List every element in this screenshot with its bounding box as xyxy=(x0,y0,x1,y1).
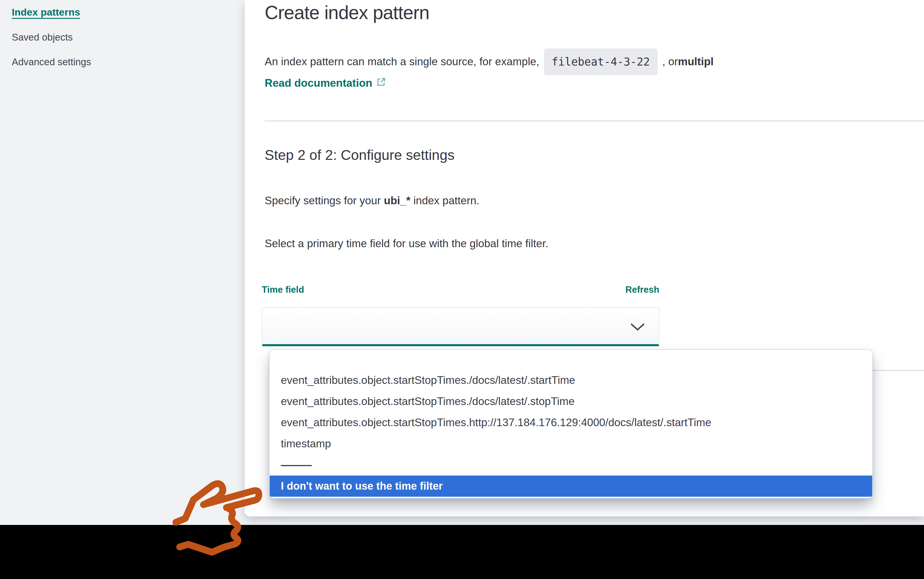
intro-after-bold: multipl xyxy=(678,56,713,68)
sidebar-item-index-patterns[interactable]: Index patterns xyxy=(12,7,80,18)
dropdown-option[interactable]: event_attributes.object.startStopTimes./… xyxy=(270,370,872,391)
refresh-link[interactable]: Refresh xyxy=(626,285,659,295)
dropdown-option[interactable]: event_attributes.object.startStopTimes.h… xyxy=(270,412,872,433)
step-heading: Step 2 of 2: Configure settings xyxy=(265,147,455,163)
create-index-pattern-page: Index patterns Saved objects Advanced se… xyxy=(0,0,924,579)
external-link-icon xyxy=(377,77,386,89)
read-documentation-link[interactable]: Read documentation xyxy=(265,77,386,89)
intro-text: An index pattern can match a single sour… xyxy=(265,44,924,79)
time-field-select[interactable] xyxy=(262,307,659,346)
specify-after: index pattern. xyxy=(411,195,479,207)
dropdown-option-selected[interactable]: I don't want to use the time filter xyxy=(270,476,872,497)
read-documentation-label: Read documentation xyxy=(265,77,372,89)
time-field-hint: Select a primary time field for use with… xyxy=(265,237,548,250)
select-focus-underline xyxy=(262,344,659,346)
time-field-row: Time field Refresh xyxy=(262,285,659,295)
specify-text: Specify settings for your ubi_* index pa… xyxy=(265,195,479,207)
dropdown-option[interactable]: event_attributes.object.startStopTimes./… xyxy=(270,391,872,412)
example-index-code: filebeat-4-3-22 xyxy=(544,49,657,75)
dropdown-option[interactable]: timestamp xyxy=(270,433,872,455)
dropdown-option-divider: ——— xyxy=(270,455,872,476)
time-field-label: Time field xyxy=(262,285,304,295)
page-title: Create index pattern xyxy=(265,2,429,23)
intro-after: , or xyxy=(662,56,678,68)
time-field-dropdown: event_attributes.object.startStopTimes./… xyxy=(269,349,873,499)
index-pattern-name: ubi_* xyxy=(384,195,410,207)
section-divider xyxy=(265,121,924,121)
specify-before: Specify settings for your xyxy=(265,195,384,207)
sidebar-item-advanced-settings[interactable]: Advanced settings xyxy=(12,56,91,68)
chevron-down-icon xyxy=(631,323,645,332)
dropdown-option-blank[interactable] xyxy=(270,350,872,370)
sidebar-item-saved-objects[interactable]: Saved objects xyxy=(12,32,73,43)
intro-before: An index pattern can match a single sour… xyxy=(265,56,539,68)
